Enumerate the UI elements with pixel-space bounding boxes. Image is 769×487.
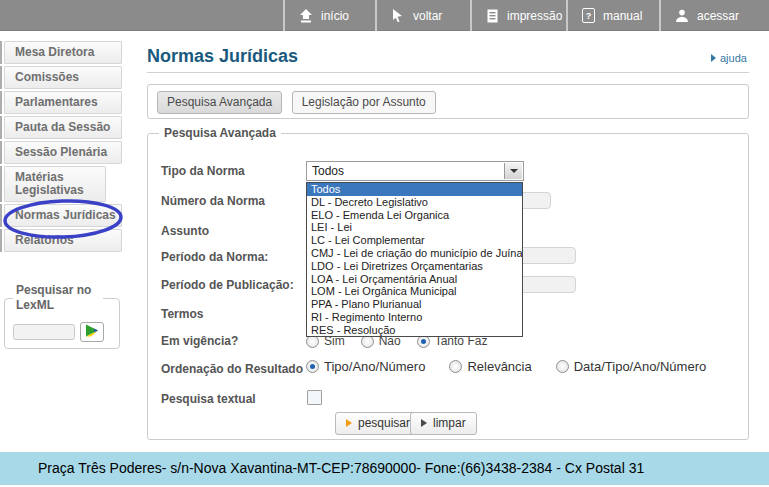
dropdown-option[interactable]: LDO - Lei Diretrizes Orçamentarias: [307, 260, 522, 273]
nav-label: impressão: [507, 9, 562, 23]
periodo-publicacao-label: Período de Publicação:: [161, 278, 294, 292]
dropdown-option[interactable]: LOM - Lei Orgânica Municipal: [307, 285, 522, 298]
radio-label: Data/Tipo/Ano/Número: [574, 359, 706, 374]
dropdown-option[interactable]: LEI - Lei: [307, 221, 522, 234]
sidebar-item-parlamentares[interactable]: Parlamentares: [4, 91, 122, 114]
tipo-da-norma-label: Tipo da Norma: [161, 164, 245, 178]
assunto-label: Assunto: [161, 224, 209, 238]
dropdown-option[interactable]: ELO - Emenda Lei Organica: [307, 209, 522, 222]
manual-question-icon: ?: [582, 8, 595, 23]
dropdown-option[interactable]: RI - Regimento Interno: [307, 311, 522, 324]
top-nav-bar: início voltar impressão ? manual acessar: [0, 0, 769, 31]
chevron-down-icon[interactable]: [504, 163, 522, 179]
tab-legislacao-por-assunto[interactable]: Legislação por Assunto: [292, 91, 436, 114]
em-vigencia-label: Em vigência?: [161, 334, 238, 348]
help-link[interactable]: ajuda: [711, 52, 747, 64]
dropdown-option[interactable]: Todos: [307, 183, 522, 196]
periodo-da-norma-label: Período da Norma:: [161, 250, 268, 264]
nav-voltar-button[interactable]: voltar: [375, 0, 470, 31]
normas-juridicas-page: início voltar impressão ? manual acessar…: [0, 0, 769, 487]
title-divider: [147, 72, 749, 73]
search-arrow-icon: [346, 419, 352, 427]
radio-icon[interactable]: [449, 360, 462, 373]
lexml-search-panel: Pesquisar no LexML: [4, 283, 120, 349]
pesquisa-textual-checkbox[interactable]: [307, 390, 322, 405]
sidebar-item-mesa-diretora[interactable]: Mesa Diretora: [4, 41, 122, 64]
nav-label: manual: [603, 9, 642, 23]
button-label: pesquisar: [358, 416, 410, 430]
lexml-play-icon: [85, 324, 99, 340]
radio-label: Relevância: [467, 359, 531, 374]
sidebar-item-pauta-da-sessao[interactable]: Pauta da Sessão: [4, 116, 122, 139]
select-value: Todos: [312, 164, 344, 178]
tab-pesquisa-avancada[interactable]: Pesquisa Avançada: [157, 91, 282, 114]
nav-manual-button[interactable]: ? manual: [566, 0, 659, 31]
nav-impressao-button[interactable]: impressão: [470, 0, 566, 31]
termos-label: Termos: [161, 307, 203, 321]
dropdown-option[interactable]: PPA - Plano Plurianual: [307, 298, 522, 311]
sidebar-menu: Mesa Diretora Comissões Parlamentares Pa…: [0, 41, 122, 254]
back-cursor-icon: [391, 9, 405, 23]
print-icon: [486, 9, 499, 23]
ordenacao-option-data-tipo-ano-numero[interactable]: Data/Tipo/Ano/Número: [556, 359, 706, 374]
dropdown-option[interactable]: CMJ - Lei de criação do município de Juí…: [307, 247, 522, 260]
sidebar-item-normas-juridicas[interactable]: Normas Jurídicas: [4, 204, 122, 227]
button-label: limpar: [433, 416, 466, 430]
numero-da-norma-label: Número da Norma: [161, 194, 265, 208]
dropdown-option[interactable]: DL - Decreto Legislativo: [307, 196, 522, 209]
tipo-da-norma-dropdown: Todos DL - Decreto Legislativo ELO - Eme…: [306, 182, 523, 337]
help-arrow-icon: [711, 54, 716, 62]
nav-inicio-button[interactable]: início: [283, 0, 375, 31]
lexml-search-input[interactable]: [13, 324, 75, 340]
ordenacao-option-tipo-ano-numero[interactable]: Tipo/Ano/Número: [306, 359, 425, 374]
sidebar-item-relatorios[interactable]: Relatórios: [4, 229, 122, 252]
tabs-container: Pesquisa Avançada Legislação por Assunto: [147, 84, 749, 119]
help-label: ajuda: [720, 52, 747, 64]
radio-checked-icon[interactable]: [306, 360, 319, 373]
ordenacao-radio-group: Tipo/Ano/Número Relevância Data/Tipo/Ano…: [306, 359, 706, 374]
limpar-button[interactable]: limpar: [410, 412, 477, 435]
nav-label: início: [321, 9, 349, 23]
page-title: Normas Jurídicas: [147, 46, 298, 67]
sidebar-item-comissoes[interactable]: Comissões: [4, 66, 122, 89]
tipo-da-norma-select[interactable]: Todos: [306, 161, 524, 181]
user-icon: [675, 9, 689, 23]
home-icon: [299, 9, 313, 23]
sidebar-item-materias-legislativas[interactable]: Matérias Legislativas: [4, 166, 106, 202]
pesquisar-button[interactable]: pesquisar: [335, 412, 421, 435]
nav-label: voltar: [413, 9, 442, 23]
ordenacao-resultado-label: Ordenação do Resultado: [161, 362, 303, 376]
dropdown-option[interactable]: LOA - Lei Orçamentária Anual: [307, 273, 522, 286]
lexml-legend: Pesquisar no LexML: [13, 283, 103, 313]
nav-label: acessar: [697, 9, 739, 23]
radio-icon[interactable]: [556, 360, 569, 373]
dropdown-option[interactable]: RES - Resolução: [307, 324, 522, 337]
sidebar-item-sessao-plenaria[interactable]: Sessão Plenária: [4, 141, 122, 164]
dropdown-option[interactable]: LC - Lei Complementar: [307, 234, 522, 247]
clear-arrow-icon: [421, 419, 427, 427]
pesquisa-textual-label: Pesquisa textual: [161, 392, 256, 406]
lexml-go-button[interactable]: [80, 322, 104, 342]
footer-address-bar: Praça Três Poderes- s/n-Nova Xavantina-M…: [0, 452, 769, 485]
nav-acessar-button[interactable]: acessar: [659, 0, 769, 31]
advanced-search-legend: Pesquisa Avançada: [159, 126, 281, 140]
ordenacao-option-relevancia[interactable]: Relevância: [449, 359, 531, 374]
radio-label: Tipo/Ano/Número: [324, 359, 425, 374]
